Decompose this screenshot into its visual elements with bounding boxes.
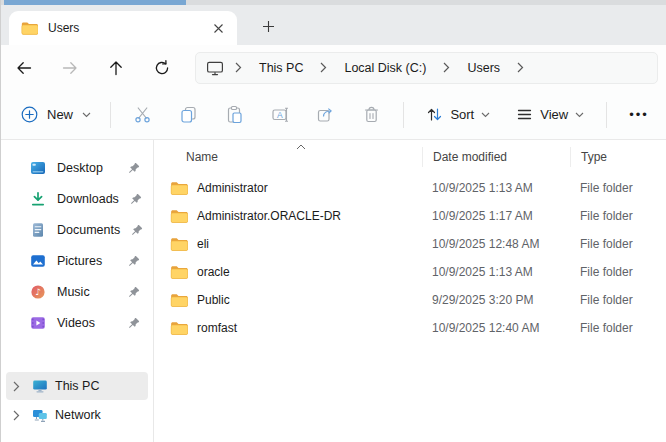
folder-icon (170, 293, 188, 307)
rename-button[interactable]: A (260, 98, 300, 132)
sidebar-item-videos[interactable]: Videos (6, 308, 148, 338)
svg-text:♪: ♪ (35, 287, 41, 297)
sidebar-item-music[interactable]: ♪ Music (6, 277, 148, 307)
breadcrumb-users[interactable]: Users (461, 59, 506, 77)
address-bar[interactable]: This PC Local Disk (C:) Users (195, 52, 658, 84)
date-modified-cell: 10/9/2025 12:48 AM (422, 237, 570, 251)
file-list: Name Date modified Type Administrator 10… (154, 140, 666, 442)
table-row[interactable]: romfast 10/9/2025 12:40 AM File folder (154, 314, 666, 342)
type-cell: File folder (570, 209, 666, 223)
breadcrumb-chevron-icon (513, 62, 528, 73)
view-button[interactable]: View (507, 98, 593, 132)
command-toolbar: New A Sort (1, 90, 666, 140)
file-name-cell: romfast (154, 321, 422, 335)
toolbar-divider (606, 102, 607, 128)
file-name: romfast (197, 321, 237, 335)
column-header-name[interactable]: Name (154, 150, 422, 164)
sidebar-item-pictures[interactable]: Pictures (6, 246, 148, 276)
toolbar-divider (110, 102, 111, 128)
this-pc-monitor-icon (206, 60, 224, 76)
up-button[interactable] (97, 52, 135, 84)
toolbar-divider (403, 102, 404, 128)
sidebar-item-downloads[interactable]: Downloads (6, 184, 148, 214)
type-cell: File folder (570, 181, 666, 195)
table-row[interactable]: oracle 10/9/2025 1:13 AM File folder (154, 258, 666, 286)
network-icon (32, 407, 48, 423)
column-header-date-modified[interactable]: Date modified (422, 147, 570, 167)
navigation-bar: This PC Local Disk (C:) Users (1, 45, 666, 90)
sidebar-item-documents[interactable]: Documents (6, 215, 148, 245)
sidebar-item-label: Pictures (57, 254, 117, 268)
file-rows: Administrator 10/9/2025 1:13 AM File fol… (154, 174, 666, 342)
file-name: Administrator (197, 181, 268, 195)
back-button[interactable] (5, 52, 43, 84)
sort-arrows-icon (426, 106, 443, 123)
breadcrumb-this-pc[interactable]: This PC (253, 59, 309, 77)
type-cell: File folder (570, 237, 666, 251)
new-tab-button[interactable] (253, 12, 283, 40)
pin-icon (131, 224, 143, 236)
new-plus-icon (21, 106, 38, 123)
copy-button[interactable] (169, 98, 209, 132)
tab-bar: Users (1, 5, 666, 45)
chevron-right-icon[interactable] (13, 381, 25, 392)
folder-icon (170, 237, 188, 251)
delete-button[interactable] (352, 98, 392, 132)
sidebar-item-this-pc[interactable]: This PC (6, 372, 148, 400)
sidebar-item-network[interactable]: Network (6, 401, 148, 429)
view-list-icon (516, 106, 533, 123)
refresh-button[interactable] (143, 52, 181, 84)
date-modified-cell: 9/29/2025 3:20 PM (422, 293, 570, 307)
window-top-edge (1, 0, 666, 5)
table-row[interactable]: Public 9/29/2025 3:20 PM File folder (154, 286, 666, 314)
column-header-type[interactable]: Type (570, 147, 666, 167)
background-window-strip (4, 0, 186, 5)
sidebar-item-label: Network (55, 408, 140, 422)
table-row[interactable]: eli 10/9/2025 12:48 AM File folder (154, 230, 666, 258)
sidebar-item-label: Downloads (57, 192, 119, 206)
table-row[interactable]: Administrator 10/9/2025 1:13 AM File fol… (154, 174, 666, 202)
desktop-icon (30, 160, 46, 176)
breadcrumb-chevron-icon (231, 62, 246, 73)
breadcrumb-chevron-icon (316, 62, 331, 73)
date-modified-cell: 10/9/2025 12:40 AM (422, 321, 570, 335)
folder-icon (21, 21, 38, 35)
navigation-pane: Desktop Downloads Documents (1, 140, 154, 442)
sidebar-item-label: This PC (55, 379, 140, 393)
sidebar-item-desktop[interactable]: Desktop (6, 153, 148, 183)
pictures-icon (30, 253, 46, 269)
more-options-button[interactable]: ••• (622, 98, 656, 132)
folder-icon (170, 181, 188, 195)
share-button[interactable] (306, 98, 346, 132)
videos-icon (30, 315, 46, 331)
pin-icon (128, 317, 140, 329)
chevron-right-icon[interactable] (13, 410, 25, 421)
type-cell: File folder (570, 265, 666, 279)
date-modified-cell: 10/9/2025 1:17 AM (422, 209, 570, 223)
view-button-label: View (540, 107, 568, 122)
tab-users[interactable]: Users (9, 11, 237, 45)
file-name-cell: Administrator.ORACLE-DR (154, 209, 422, 223)
table-row[interactable]: Administrator.ORACLE-DR 10/9/2025 1:17 A… (154, 202, 666, 230)
cut-button[interactable] (123, 98, 163, 132)
forward-button[interactable] (51, 52, 89, 84)
sidebar-section-gap (1, 339, 153, 371)
pin-icon (128, 286, 140, 298)
chevron-down-icon (82, 112, 91, 118)
sidebar-item-label: Documents (57, 223, 120, 237)
file-name: Public (197, 293, 230, 307)
date-modified-cell: 10/9/2025 1:13 AM (422, 265, 570, 279)
folder-icon (170, 321, 188, 335)
new-button[interactable]: New (11, 98, 101, 132)
sort-button-label: Sort (450, 107, 474, 122)
this-pc-icon (32, 378, 48, 394)
file-name: oracle (197, 265, 230, 279)
close-tab-icon[interactable] (205, 16, 231, 40)
paste-button[interactable] (214, 98, 254, 132)
type-cell: File folder (570, 321, 666, 335)
sort-button[interactable]: Sort (417, 98, 499, 132)
sidebar-item-label: Videos (57, 316, 117, 330)
file-name: eli (197, 237, 209, 251)
breadcrumb-local-disk-c[interactable]: Local Disk (C:) (338, 59, 432, 77)
file-name-cell: eli (154, 237, 422, 251)
